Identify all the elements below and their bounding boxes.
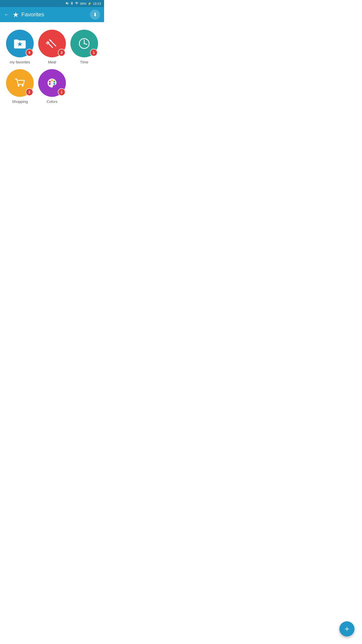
shopping-container: 2 xyxy=(6,69,34,97)
app-bar-title-group: ★ Favorites xyxy=(13,11,44,19)
svg-rect-6 xyxy=(48,43,53,48)
colors-container: 1 xyxy=(38,69,66,97)
time-badge: 1 xyxy=(90,49,98,56)
svg-point-15 xyxy=(49,81,51,83)
svg-point-12 xyxy=(18,85,19,87)
my-favorites-container: 9 xyxy=(6,30,34,57)
time-container: 1 xyxy=(70,30,98,57)
colors-badge: 1 xyxy=(58,88,65,96)
status-icons: 36% ⚡ 19:23 xyxy=(65,2,101,6)
bluetooth-icon xyxy=(70,2,74,6)
svg-point-18 xyxy=(53,83,55,85)
shopping-badge: 2 xyxy=(26,88,33,96)
palette-icon xyxy=(46,77,58,89)
favorites-star-icon: ★ xyxy=(13,11,19,19)
signal-icon xyxy=(75,2,78,6)
meal-container: 3 xyxy=(38,30,66,57)
back-button[interactable]: ← xyxy=(4,12,10,17)
content-area: 9 my favorites xyxy=(0,22,104,111)
categories-grid: 9 my favorites xyxy=(5,30,99,104)
category-colors[interactable]: 1 Colors xyxy=(37,69,67,104)
download-icon: ⬇ xyxy=(93,12,97,18)
shopping-label: Shopping xyxy=(12,99,28,104)
category-my-favorites[interactable]: 9 my favorites xyxy=(5,30,35,64)
my-favorites-badge: 9 xyxy=(26,49,33,56)
cart-icon xyxy=(14,77,26,89)
cutlery-icon xyxy=(46,37,58,50)
app-bar: ← ★ Favorites ⬇ xyxy=(0,7,104,22)
svg-point-11 xyxy=(84,43,85,44)
clock-icon xyxy=(78,37,90,50)
app-bar-left: ← ★ Favorites xyxy=(4,11,44,19)
status-bar: 36% ⚡ 19:23 xyxy=(0,0,104,7)
svg-point-16 xyxy=(51,79,53,81)
battery-text: 36% xyxy=(80,2,86,6)
colors-label: Colors xyxy=(47,99,57,104)
time-label: Time xyxy=(80,60,88,64)
svg-point-13 xyxy=(22,85,23,87)
download-button[interactable]: ⬇ xyxy=(90,10,100,20)
svg-point-17 xyxy=(53,81,55,83)
folder-star-icon xyxy=(14,37,26,50)
svg-point-19 xyxy=(49,83,51,85)
battery-icon: ⚡ xyxy=(87,2,92,6)
category-time[interactable]: 1 Time xyxy=(69,30,99,64)
time-text: 19:23 xyxy=(93,2,101,6)
category-meal[interactable]: 3 Meal xyxy=(37,30,67,64)
meal-badge: 3 xyxy=(58,49,65,56)
svg-rect-1 xyxy=(14,39,19,42)
page-title: Favorites xyxy=(21,11,44,18)
meal-label: Meal xyxy=(48,60,56,64)
mute-icon xyxy=(65,2,69,6)
my-favorites-label: my favorites xyxy=(10,60,30,64)
category-shopping[interactable]: 2 Shopping xyxy=(5,69,35,104)
